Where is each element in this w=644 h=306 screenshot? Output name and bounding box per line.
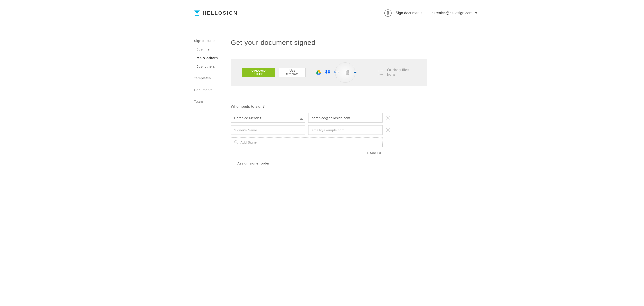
dropbox-icon[interactable]: [325, 70, 330, 75]
sign-documents-link[interactable]: Sign documents: [384, 10, 422, 17]
onedrive-icon[interactable]: [354, 70, 356, 75]
signer-name-input[interactable]: [231, 125, 305, 135]
upload-files-button[interactable]: UPLOAD FILES: [242, 68, 276, 77]
divider: [370, 65, 370, 80]
header: HELLOSIGN Sign documents berenice@hellos…: [166, 0, 478, 23]
sidebar-item-documents[interactable]: Documents: [194, 88, 231, 92]
upload-strip: UPLOAD FILES Use template: [231, 59, 427, 86]
svg-marker-7: [328, 70, 330, 72]
logo-mark-icon: [194, 10, 200, 16]
main: Get your document signed UPLOAD FILES Us…: [231, 39, 427, 165]
logo-text: HELLOSIGN: [203, 10, 238, 16]
signer-email-input[interactable]: [308, 125, 382, 135]
remove-signer-button[interactable]: ✕: [386, 128, 390, 132]
svg-text:box: box: [334, 71, 339, 74]
svg-marker-0: [194, 10, 200, 14]
sidebar-item-templates[interactable]: Templates: [194, 76, 231, 80]
svg-marker-9: [328, 72, 330, 74]
assign-order-checkbox[interactable]: [231, 162, 234, 165]
user-email: berenice@hellosign.com: [432, 11, 472, 15]
drag-drop-zone[interactable]: ↓ Or drag files here: [379, 68, 416, 77]
svg-marker-6: [325, 70, 328, 72]
plus-icon: +: [234, 140, 238, 144]
sidebar-item-sign-documents[interactable]: Sign documents: [194, 39, 231, 43]
chevron-down-icon: [475, 13, 477, 14]
add-signer-button[interactable]: + Add Signer: [231, 137, 382, 147]
pen-icon: [384, 10, 392, 17]
svg-marker-8: [325, 72, 328, 74]
download-icon: ↓: [379, 70, 383, 75]
evernote-icon[interactable]: [345, 70, 350, 75]
drag-text: Or drag files here: [387, 68, 416, 77]
sign-documents-label: Sign documents: [396, 11, 422, 15]
assign-signer-order[interactable]: Assign signer order: [231, 161, 427, 165]
logo[interactable]: HELLOSIGN: [194, 10, 238, 16]
remove-signer-button[interactable]: ✕: [386, 116, 390, 120]
horizontal-divider: [231, 97, 427, 97]
use-template-button[interactable]: Use template: [279, 68, 306, 77]
user-menu[interactable]: berenice@hellosign.com: [432, 11, 477, 15]
signer-name-input[interactable]: [231, 113, 305, 123]
signer-email-input[interactable]: [308, 113, 382, 123]
signer-row: ✕: [231, 113, 427, 123]
assign-order-label: Assign signer order: [237, 161, 270, 165]
sidebar-item-just-others[interactable]: Just others: [194, 65, 231, 69]
sidebar: Sign documents Just me Me & others Just …: [166, 39, 231, 165]
box-icon[interactable]: box: [334, 70, 339, 75]
signers-heading: Who needs to sign?: [231, 105, 427, 109]
sidebar-item-just-me[interactable]: Just me: [194, 47, 231, 51]
add-cc-button[interactable]: + Add CC: [231, 151, 382, 155]
cloud-services: box: [316, 70, 356, 75]
sidebar-item-me-and-others[interactable]: Me & others: [194, 56, 231, 60]
svg-rect-1: [195, 15, 199, 16]
page-title: Get your document signed: [231, 39, 427, 47]
add-signer-label: Add Signer: [240, 140, 258, 144]
sidebar-item-team[interactable]: Team: [194, 100, 231, 104]
signer-row: ✕: [231, 125, 427, 135]
google-drive-icon[interactable]: [316, 70, 321, 75]
